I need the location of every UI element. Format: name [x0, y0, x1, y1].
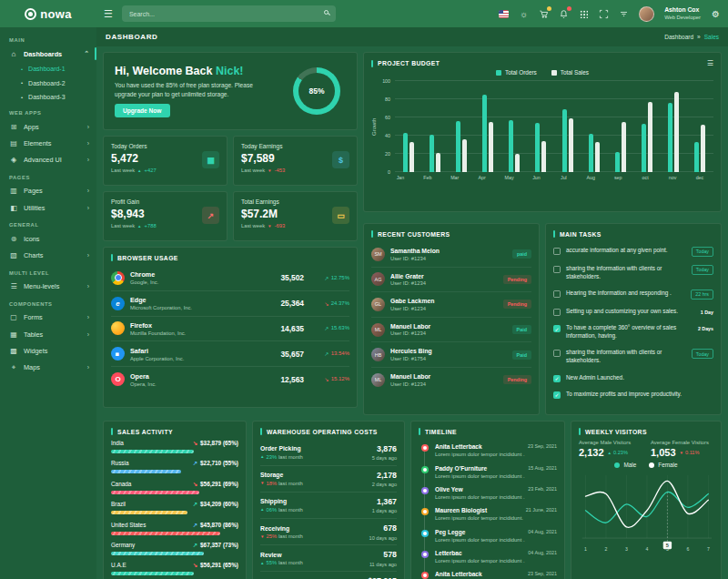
sidebar-item-charts[interactable]: ▧Charts›	[0, 247, 96, 263]
y-tick: 100	[382, 78, 390, 84]
breadcrumb-separator: »	[697, 34, 701, 40]
recent-customers-list: SMSamantha MelonUser ID: #1234paidAGAlli…	[371, 242, 531, 392]
logo-icon	[25, 8, 36, 20]
sidebar-item-elements[interactable]: ▤Elements›	[0, 136, 96, 152]
task-checkbox[interactable]	[553, 309, 561, 316]
timeline-row: Letterbac04 Aug, 2021Lorem ipsum dolor t…	[420, 546, 557, 567]
bullet-icon: •	[21, 95, 23, 100]
task-checkbox[interactable]: ✓	[553, 391, 561, 399]
progress-bar	[111, 532, 220, 535]
settings-gear-icon[interactable]: ⚙	[711, 9, 721, 19]
notifications-bell-icon[interactable]	[559, 9, 569, 19]
fullscreen-icon[interactable]	[599, 9, 609, 19]
task-checkbox[interactable]	[553, 350, 561, 357]
menu-toggle-icon[interactable]: ☰	[104, 8, 113, 20]
sidebar-item-forms[interactable]: ▢Forms›	[0, 310, 96, 326]
timeline-row: Olive Yew23 Feb, 2021Lorem ipsum dolor t…	[420, 482, 557, 503]
legend-item-male[interactable]: Male	[614, 462, 636, 468]
sidebar-item-apps[interactable]: ⊞Apps›	[0, 118, 96, 135]
svg-text:2: 2	[605, 546, 608, 552]
bar-total-orders	[403, 133, 408, 172]
sidebar-section-label: MULTI LEVEL	[0, 264, 96, 279]
bar-total-orders	[535, 123, 540, 172]
sales-row-germany: Germany↗$67,357 (73%)	[111, 542, 238, 555]
legend-item-female[interactable]: Female	[649, 462, 677, 468]
sidebar-item-dashboards[interactable]: ⌂Dashboards⌃	[0, 46, 96, 62]
legend-item-total-sales[interactable]: Total Sales	[551, 69, 589, 76]
warehouse-title: WAREHOUSE OPERATING COSTS	[260, 428, 397, 435]
customer-row: MLManuel LaborUser ID: #1234Pending	[371, 367, 531, 392]
bar-total-sales	[515, 154, 520, 172]
card-warehouse-costs: WAREHOUSE OPERATING COSTS Order Picking▲…	[252, 421, 405, 579]
bar-total-sales	[410, 142, 414, 172]
trend-down-icon: ↘	[193, 562, 197, 569]
timeline-row: Anita Letterback23 Sep, 2021Lorem ipsum …	[420, 567, 557, 579]
timeline-dot-icon	[421, 530, 429, 537]
sidebar-item-maps[interactable]: ⌖Maps›	[0, 359, 96, 376]
gridline	[395, 135, 713, 136]
browser-row-chrome: ChromeGoogle, Inc.35,502↗12.75%	[111, 266, 349, 290]
user-meta[interactable]: Ashton Cox Web Developer	[664, 6, 701, 21]
home-icon: ⌂	[9, 50, 18, 58]
breadcrumb-parent[interactable]: Dashboard	[664, 34, 693, 40]
welcome-description: You have used the 85% of free plan stora…	[115, 81, 274, 99]
trend-up-icon: ▲	[260, 561, 264, 565]
filter-icon[interactable]	[619, 9, 629, 19]
chart-menu-icon[interactable]: ☰	[707, 59, 713, 67]
sidebar-section-label: COMPONENTS	[0, 295, 96, 310]
svg-text:1: 1	[584, 546, 587, 552]
calendar-icon: ▦	[202, 151, 219, 168]
visitors-legend: Male Female	[579, 462, 713, 468]
x-tick: May	[504, 175, 515, 180]
user-avatar[interactable]	[639, 6, 654, 22]
sidebar-section-label: MAIN	[0, 31, 96, 46]
task-checkbox[interactable]	[553, 290, 561, 298]
sidebar-item-widgets[interactable]: ▩Widgets	[0, 342, 96, 359]
main-tasks-list: accurate information at any given point.…	[553, 242, 713, 402]
us-flag-icon[interactable]	[499, 9, 509, 19]
customer-row: HBHercules BingUser ID: #1754Paid	[371, 341, 531, 367]
sidebar-item-advanced-ui[interactable]: ◈Advanced UI›	[0, 152, 96, 168]
bar-total-orders	[430, 135, 434, 172]
customer-avatar: AG	[371, 272, 385, 286]
timeline-dot-icon	[421, 444, 429, 452]
sidebar-item-utilities[interactable]: ◧Utilities›	[0, 199, 96, 216]
customer-row: SMSamantha MelonUser ID: #1234paid	[371, 242, 531, 267]
trend-up-icon: ↗	[325, 350, 329, 357]
legend-item-total-orders[interactable]: Total Orders	[496, 69, 537, 76]
sidebar-item-dashboard-3[interactable]: •Dashboard-3	[0, 90, 96, 104]
sidebar-item-dashboard-2[interactable]: •Dashboard-2	[0, 76, 96, 90]
apps-grid-icon[interactable]	[579, 9, 589, 19]
sidebar-item-dashboard-1[interactable]: •Dashboard-1	[0, 62, 96, 76]
upgrade-now-button[interactable]: Upgrade Now	[115, 104, 170, 117]
task-due-badge: 2 Days	[698, 324, 713, 332]
bar-total-orders	[562, 109, 567, 172]
stat-card-total-earnings: Total Earnings$57.2MLast week▼-693▭	[233, 191, 358, 241]
task-checkbox[interactable]: ✓	[553, 325, 561, 332]
sidebar-item-icons[interactable]: ⊛Icons	[0, 230, 96, 247]
bar-group	[535, 81, 546, 172]
task-checkbox[interactable]: ✓	[553, 375, 561, 382]
sidebar-item-pages[interactable]: ▥Pages›	[0, 183, 96, 199]
breadcrumb-current[interactable]: Sales	[704, 34, 719, 40]
sidebar-item-menu-levels[interactable]: ☰Menu-levels›	[0, 279, 96, 295]
task-checkbox[interactable]	[553, 266, 561, 273]
customer-row: AGAllie GraterUser ID: #1234Pending	[371, 267, 531, 292]
search-icon[interactable]	[324, 10, 329, 15]
search-input[interactable]	[122, 5, 336, 22]
theme-sun-icon[interactable]: ☼	[519, 9, 529, 19]
task-checkbox[interactable]	[553, 248, 561, 255]
bar-total-orders	[615, 152, 620, 172]
sidebar-item-tables[interactable]: ▦Tables›	[0, 326, 96, 342]
bar-group	[668, 81, 679, 172]
status-badge: Paid	[512, 350, 531, 360]
x-tick: Jun	[531, 175, 541, 180]
browser-row-edge: eEdgeMicrosoft Corporation, Inc.25,364↘2…	[111, 290, 349, 316]
opera-icon: O	[111, 372, 125, 386]
timeline-row: Anita Letterback23 Sep, 2021Lorem ipsum …	[420, 440, 557, 461]
cart-icon[interactable]	[539, 9, 549, 19]
bar-total-orders	[589, 134, 593, 172]
app-logo[interactable]: nowa	[0, 7, 96, 21]
sales-activity-list: India↘$32,879 (65%)Russia↗$22,710 (55%)C…	[111, 440, 238, 575]
sales-row-india: India↘$32,879 (65%)	[111, 440, 238, 453]
